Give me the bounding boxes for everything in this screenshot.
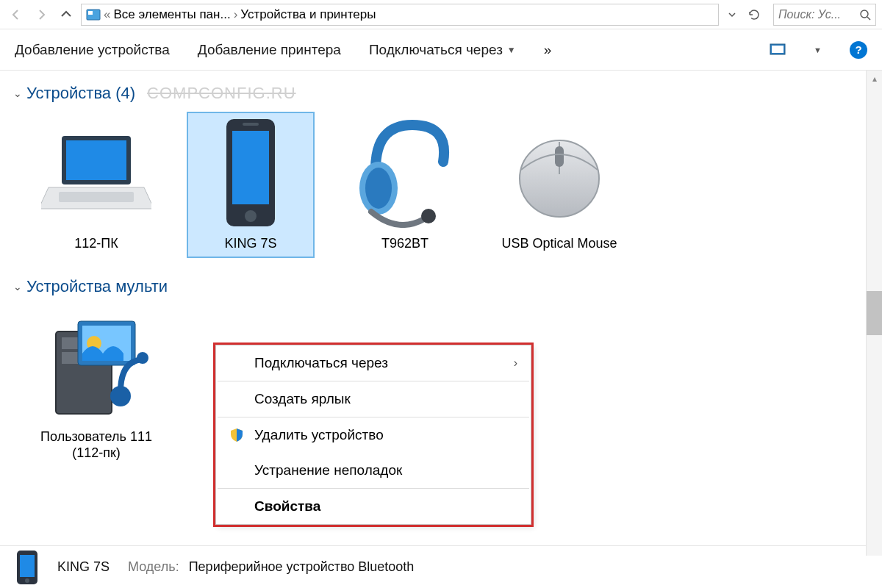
content-area: ⌄ Устройства (4) COMPCONFIG.RU 112-ПК <box>0 71 882 548</box>
watermark-text: COMPCONFIG.RU <box>147 84 295 103</box>
arrow-up-icon <box>59 7 74 22</box>
svg-rect-16 <box>555 146 564 167</box>
uac-shield-icon <box>229 428 244 442</box>
help-button[interactable]: ? <box>850 41 867 59</box>
svg-point-23 <box>110 386 131 406</box>
menu-item-properties[interactable]: Свойства <box>216 489 531 524</box>
scroll-thumb[interactable] <box>867 291 882 335</box>
menu-item-troubleshoot[interactable]: Устранение неполадок <box>216 453 531 488</box>
toolbar: Добавление устройства Добавление принтер… <box>0 29 882 71</box>
laptop-icon <box>37 118 155 228</box>
scroll-up-button[interactable]: ▴ <box>867 71 882 87</box>
menu-item-create-shortcut[interactable]: Создать ярлык <box>216 381 531 417</box>
device-item-media-server[interactable]: Пользователь 111 (112-пк) <box>34 306 159 466</box>
arrow-right-icon <box>34 7 49 22</box>
connect-via-label: Подключаться через <box>369 42 503 58</box>
search-box[interactable] <box>773 4 876 26</box>
svg-point-10 <box>245 210 257 222</box>
menu-item-label: Подключаться через <box>254 355 388 371</box>
address-dropdown-button[interactable] <box>723 4 741 25</box>
toolbar-overflow-button[interactable]: » <box>544 42 552 58</box>
svg-rect-6 <box>66 140 126 180</box>
menu-item-remove-device[interactable]: Удалить устройство <box>216 417 531 453</box>
devices-row: 112-ПК KING 7S <box>13 113 869 257</box>
menu-item-connect-via[interactable]: Подключаться через › <box>216 345 531 381</box>
chevron-down-icon: ▼ <box>507 45 516 55</box>
connect-via-button[interactable]: Подключаться через ▼ <box>369 42 516 58</box>
details-model-value: Периферийное устройство Bluetooth <box>189 559 415 574</box>
menu-item-label: Удалить устройство <box>254 427 384 443</box>
menu-item-label: Устранение неполадок <box>254 462 402 478</box>
group-header-multimedia[interactable]: ⌄ Устройства мульти <box>13 277 869 296</box>
mouse-icon <box>501 118 618 228</box>
device-item-mouse[interactable]: USB Optical Mouse <box>497 113 622 257</box>
chevron-right-icon: › <box>514 356 517 370</box>
breadcrumb-segment[interactable]: Все элементы пан... <box>113 7 230 22</box>
details-meta: KING 7S Модель: Периферийное устройство … <box>57 559 414 575</box>
menu-item-label: Создать ярлык <box>254 391 351 407</box>
details-title: KING 7S <box>57 559 110 574</box>
chevron-down-icon: ⌄ <box>13 281 22 293</box>
nav-back-button[interactable] <box>6 4 26 25</box>
details-pane: KING 7S Модель: Периферийное устройство … <box>0 545 866 588</box>
refresh-icon <box>748 9 760 21</box>
nav-up-button[interactable] <box>56 4 76 25</box>
breadcrumb-segment[interactable]: Устройства и принтеры <box>240 7 376 22</box>
smartphone-icon <box>192 118 309 228</box>
view-options-button[interactable] <box>770 42 786 58</box>
svg-point-13 <box>365 168 392 209</box>
chevron-down-icon: ⌄ <box>13 87 22 99</box>
svg-rect-7 <box>59 192 134 202</box>
svg-rect-1 <box>88 11 93 15</box>
menu-item-label: Свойства <box>254 498 320 514</box>
breadcrumb-bar[interactable]: « Все элементы пан... › Устройства и при… <box>81 4 719 26</box>
svg-rect-11 <box>243 123 259 126</box>
device-label: T962BT <box>381 235 429 252</box>
address-bar: « Все элементы пан... › Устройства и при… <box>0 0 882 29</box>
search-input[interactable] <box>778 8 859 21</box>
device-label: Пользователь 111 (112-пк) <box>34 429 159 462</box>
smartphone-icon <box>7 551 47 584</box>
media-server-icon <box>37 311 155 421</box>
control-panel-icon <box>86 7 101 22</box>
device-label: KING 7S <box>224 235 276 252</box>
view-icon <box>770 43 786 57</box>
bluetooth-headset-icon <box>346 118 464 228</box>
svg-rect-26 <box>20 555 35 577</box>
svg-point-2 <box>861 10 868 18</box>
search-icon <box>859 9 871 21</box>
context-menu: Подключаться через › Создать ярлык Удали… <box>215 345 531 525</box>
refresh-button[interactable] <box>745 4 763 25</box>
device-label: USB Optical Mouse <box>501 235 617 252</box>
arrow-left-icon <box>9 7 24 22</box>
chevron-down-icon <box>728 10 736 19</box>
group-title: Устройства (4) <box>26 84 135 103</box>
device-item-phone[interactable]: KING 7S <box>188 113 313 257</box>
group-title: Устройства мульти <box>26 277 168 296</box>
vertical-scrollbar[interactable]: ▴ <box>866 71 882 556</box>
svg-point-27 <box>25 578 29 583</box>
device-item-headset[interactable]: T962BT <box>343 113 467 257</box>
svg-rect-9 <box>232 131 269 204</box>
add-device-button[interactable]: Добавление устройства <box>15 42 170 58</box>
chevron-right-icon: › <box>234 7 238 22</box>
device-label: 112-ПК <box>74 235 118 252</box>
add-printer-button[interactable]: Добавление принтера <box>198 42 341 58</box>
svg-point-14 <box>421 209 436 223</box>
nav-forward-button[interactable] <box>31 4 51 25</box>
details-model-label: Модель: <box>128 559 179 574</box>
device-item-pc[interactable]: 112-ПК <box>34 113 159 257</box>
svg-rect-4 <box>772 46 784 53</box>
svg-point-24 <box>137 352 148 364</box>
breadcrumb-overflow-icon: « <box>104 7 110 22</box>
chevron-down-icon[interactable]: ▼ <box>814 46 822 54</box>
group-header-devices[interactable]: ⌄ Устройства (4) COMPCONFIG.RU <box>13 84 869 103</box>
